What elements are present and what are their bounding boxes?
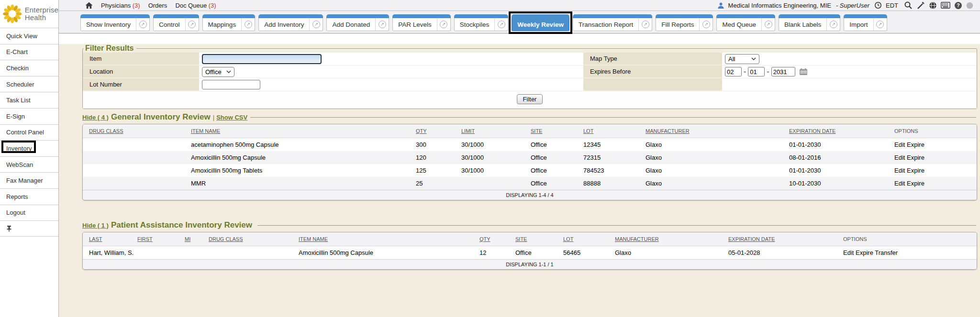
tab-mappings[interactable]: Mappings↗ [202, 14, 256, 31]
sidebar-pin-button[interactable] [0, 220, 58, 237]
calendar-icon[interactable] [799, 68, 808, 76]
cell-options[interactable]: Edit Expire [888, 151, 977, 164]
column-header-site[interactable]: SITE [524, 124, 577, 138]
sidebar-item-webscan[interactable]: WebScan [0, 156, 58, 173]
expires-year-input[interactable] [771, 67, 795, 77]
column-header-drug-class[interactable]: DRUG CLASS [202, 232, 292, 246]
sidebar-item-e-sign[interactable]: E-Sign [0, 108, 58, 124]
column-header-limit[interactable]: LIMIT [455, 124, 524, 138]
tab-transaction-report[interactable]: Transaction Report↗ [573, 14, 652, 31]
expires-day-input[interactable] [748, 67, 765, 77]
tab-help-button[interactable]: ↗ [437, 18, 450, 31]
wand-icon[interactable] [916, 1, 925, 10]
search-icon[interactable] [904, 1, 913, 10]
item-input[interactable] [202, 54, 322, 64]
tab-add-donated[interactable]: Add Donated↗ [326, 14, 389, 31]
location-select[interactable]: Office [202, 67, 234, 77]
tab-fill-reports[interactable]: Fill Reports↗ [656, 14, 713, 31]
assistance-hide-link[interactable]: Hide ( 1 ) [82, 222, 109, 229]
table-paging-footer: DISPLAYING 1-4 / 4 [83, 190, 977, 200]
column-header-expiration-date[interactable]: EXPIRATION DATE [722, 232, 837, 246]
column-header-manufacturer[interactable]: MANUFACTURER [639, 124, 783, 138]
tab-add-inventory[interactable]: Add Inventory↗ [258, 14, 323, 31]
topnav-physicians[interactable]: Physicians (3) [101, 2, 140, 9]
column-header-expiration-date[interactable]: EXPIRATION DATE [783, 124, 888, 138]
tab-med-queue[interactable]: Med Queue↗ [716, 14, 775, 31]
sidebar-item-scheduler[interactable]: Scheduler [0, 76, 58, 92]
cell-options[interactable]: Edit Expire [888, 138, 977, 151]
topnav-doc-queue[interactable]: Doc Queue (3) [175, 2, 216, 9]
column-header-qty[interactable]: QTY [410, 124, 455, 138]
tab-help-button[interactable]: ↗ [494, 18, 508, 31]
count-badge: (3) [207, 2, 216, 9]
sidebar-item-inventory[interactable]: Inventory [0, 140, 58, 156]
column-header-item-name[interactable]: ITEM NAME [292, 232, 473, 246]
map-type-select[interactable]: All [725, 54, 759, 64]
cell-site: Office [509, 246, 557, 259]
user-name[interactable]: Medical Informatics Engineering, MIE [728, 2, 831, 9]
tab-help-button[interactable]: ↗ [309, 18, 323, 31]
tab-par-levels[interactable]: PAR Levels↗ [392, 14, 451, 31]
column-header-last[interactable]: LAST [83, 232, 131, 246]
top-bar: Physicians (3)OrdersDoc Queue (3) Medica… [59, 0, 980, 11]
general-hide-link[interactable]: Hide ( 4 ) [82, 114, 109, 121]
tab-label: Med Queue [717, 18, 761, 31]
tab-help-button[interactable]: ↗ [873, 18, 887, 31]
tab-control[interactable]: Control↗ [153, 14, 199, 31]
clock-icon[interactable] [874, 1, 882, 9]
sidebar-item-fax-manager[interactable]: Fax Manager [0, 172, 58, 188]
sidebar-item-e-chart[interactable]: E-Chart [0, 44, 58, 60]
tab-help-button[interactable]: ↗ [638, 18, 652, 31]
tab-help-button[interactable]: ↗ [241, 18, 255, 31]
column-header-qty[interactable]: QTY [473, 232, 509, 246]
cell-options[interactable]: Edit Expire [888, 164, 977, 177]
sidebar-menu: Quick ViewE-ChartCheckinSchedulerTask Li… [0, 28, 58, 220]
cell-site: Office [524, 164, 577, 177]
tab-help-button[interactable]: ↗ [375, 18, 389, 31]
cell-lot: 784523 [577, 164, 639, 177]
cell-options[interactable]: Edit Expire Transfer [837, 246, 977, 259]
show-csv-link[interactable]: Show CSV [216, 114, 247, 121]
topnav-orders[interactable]: Orders [148, 2, 167, 9]
tab-weekly-review[interactable]: Weekly Review [512, 14, 569, 31]
sidebar-item-quick-view[interactable]: Quick View [0, 28, 58, 44]
column-header-drug-class[interactable]: DRUG CLASS [83, 124, 185, 138]
tab-help-button[interactable]: ↗ [826, 18, 840, 31]
expires-month-input[interactable] [725, 67, 742, 77]
filter-button[interactable]: Filter [517, 94, 543, 104]
home-icon[interactable] [85, 2, 93, 9]
sidebar-item-checkin[interactable]: Checkin [0, 60, 58, 76]
tab-show-inventory[interactable]: Show Inventory↗ [80, 14, 150, 31]
column-header-site[interactable]: SITE [509, 232, 557, 246]
cell-options[interactable]: Edit Expire [888, 177, 977, 190]
sidebar-item-reports[interactable]: Reports [0, 188, 58, 205]
cell-limit: 30/1000 [455, 164, 524, 177]
tab-help-button[interactable]: ↗ [185, 18, 199, 31]
cell-lot: 72315 [577, 151, 639, 164]
tab-help-button[interactable]: ↗ [699, 18, 713, 31]
count-badge: (3) [131, 2, 140, 9]
tab-help-button[interactable]: ↗ [136, 18, 149, 31]
sidebar-item-control-panel[interactable]: Control Panel [0, 124, 58, 141]
external-link-icon: ↗ [139, 21, 147, 28]
tab-help-button[interactable]: ↗ [761, 18, 775, 31]
column-header-manufacturer[interactable]: MANUFACTURER [609, 232, 722, 246]
column-header-lot[interactable]: LOT [577, 124, 639, 138]
sidebar-item-task-list[interactable]: Task List [0, 92, 58, 108]
column-header-first[interactable]: FIRST [131, 232, 178, 246]
cell-manufacturer: Glaxo [639, 164, 783, 177]
globe-icon[interactable] [929, 1, 937, 10]
cell-lot: 56465 [557, 246, 609, 259]
keyboard-icon[interactable] [941, 2, 950, 9]
column-header-mi[interactable]: MI [178, 232, 202, 246]
sidebar-item-logout[interactable]: Logout [0, 205, 58, 221]
tab-stockpiles[interactable]: Stockpiles↗ [454, 14, 509, 31]
help-icon[interactable]: ? [954, 1, 962, 10]
date-separator: - [744, 67, 746, 76]
tab-import[interactable]: Import↗ [844, 14, 887, 31]
lot-number-input[interactable] [202, 80, 260, 89]
tab-blank-labels[interactable]: Blank Labels↗ [779, 14, 840, 31]
column-header-lot[interactable]: LOT [557, 232, 609, 246]
tab-label: Show Inventory [81, 18, 136, 31]
column-header-item-name[interactable]: ITEM NAME [185, 124, 410, 138]
